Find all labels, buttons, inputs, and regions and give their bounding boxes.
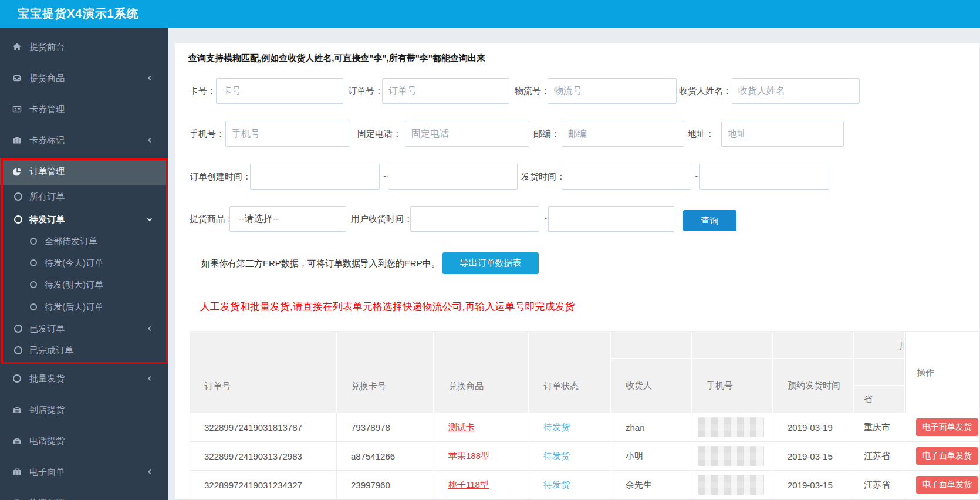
col-header-actions: 操作 [905, 332, 979, 413]
cell-receiver: 余先生 [611, 471, 692, 499]
sidebar-item-label: 卡券管理 [29, 104, 65, 115]
sidebar-item-label: 批量发货 [29, 373, 65, 384]
product-link[interactable]: 苹果188型 [448, 451, 489, 462]
circle-bullet-icon [12, 373, 22, 384]
sidebar-item-order-management[interactable]: 订单管理 [0, 158, 168, 185]
landline-label: 固定电话： [357, 121, 401, 147]
order-created-time-label: 订单创建时间： [190, 164, 251, 190]
receiver-name-input[interactable] [732, 78, 860, 104]
table-row: 32289972419031234327 23997960 桃子118型 待发货… [190, 471, 979, 499]
order-created-from-input[interactable] [250, 164, 380, 190]
col-header-province: 用 省 [854, 332, 905, 413]
landline-input[interactable] [405, 121, 529, 147]
receive-time-label: 用户收货时间： [351, 206, 413, 232]
search-button[interactable]: 查询 [683, 210, 736, 231]
briefcase-icon [12, 135, 22, 146]
sidebar-item-pending-tomorrow[interactable]: 待发(明天)订单 [0, 275, 168, 294]
cell-province: 江苏省 [854, 471, 905, 499]
sidebar-item-logistics-config[interactable]: 物流配置 [0, 494, 168, 500]
pickup-product-label: 提货商品： [190, 206, 234, 232]
sidebar-item-pending-day-after[interactable]: 待发(后天)订单 [0, 298, 168, 316]
col-header-product: 兑换商品 [434, 332, 529, 413]
sidebar-item-phone-pickup[interactable]: 电话提货 [0, 431, 168, 450]
chevron-left-icon [146, 325, 153, 332]
cell-ship-date: 2019-03-15 [773, 442, 854, 471]
main-panel: 查询支持模糊匹配,例如查收货人姓名,可直接查"李",所有带"李"都能查询出来 卡… [175, 43, 979, 500]
ship-time-to-input[interactable] [699, 164, 829, 190]
cell-card-no: 79378978 [337, 413, 434, 442]
cell-receiver: 小明 [611, 442, 692, 471]
orders-table-header: 订单号 兑换卡号 兑换商品 订单状态 收货人 手机号 预约发货时间 用 省 操作 [190, 331, 979, 413]
sidebar-item-all-orders[interactable]: 所有订单 [0, 187, 168, 206]
circle-bullet-icon [28, 258, 39, 268]
sidebar-item-label: 物流配置 [29, 498, 65, 500]
address-label: 地址： [688, 121, 714, 147]
sidebar-item-completed-orders[interactable]: 已完成订单 [0, 341, 168, 360]
cell-ship-date: 2019-03-15 [773, 471, 854, 499]
e-waybill-ship-button[interactable]: 电子面单发货 [916, 476, 978, 494]
col-header-phone: 手机号 [692, 332, 773, 413]
sidebar-item-card-mark[interactable]: 卡券标记 [0, 131, 168, 150]
cell-card-no: 23997960 [337, 471, 434, 499]
e-waybill-ship-button[interactable]: 电子面单发货 [916, 418, 978, 436]
mobile-label: 手机号： [190, 121, 225, 147]
sidebar-item-label: 全部待发订单 [45, 236, 97, 247]
product-link[interactable]: 桃子118型 [448, 479, 489, 491]
circle-bullet-icon [13, 345, 23, 356]
sidebar-item-all-pending-orders[interactable]: 全部待发订单 [0, 232, 168, 251]
erp-hint-text: 如果你有第三方ERP数据，可将订单数据导入到您的ERP中。 [201, 258, 440, 269]
cell-ship-date: 2019-03-19 [773, 413, 854, 442]
circle-bullet-icon [28, 302, 39, 312]
blurred-phone-number [698, 417, 764, 437]
cell-order-no: 32289972419031234327 [190, 471, 337, 499]
order-no-input[interactable] [382, 78, 509, 104]
sidebar-item-label: 卡券标记 [29, 135, 65, 146]
sidebar-item-label: 所有订单 [29, 191, 65, 202]
receive-time-to-input[interactable] [548, 206, 674, 232]
order-created-to-input[interactable] [388, 164, 518, 190]
sidebar-item-pending-orders[interactable]: 待发订单 [0, 210, 168, 229]
sidebar-item-label: 订单管理 [29, 166, 65, 177]
circle-bullet-icon [28, 279, 39, 290]
cell-province: 重庆市 [854, 413, 905, 442]
pickup-product-select[interactable]: --请选择-- [229, 206, 346, 232]
sidebar-item-e-waybill[interactable]: 电子面单 [0, 462, 168, 481]
sidebar-item-shipped-orders[interactable]: 已发订单 [0, 319, 168, 338]
sidebar-item-pickup-goods[interactable]: 提货商品 [0, 69, 168, 87]
address-input[interactable] [721, 121, 844, 147]
logistics-no-input[interactable] [548, 78, 677, 104]
logistics-no-label: 物流号： [515, 78, 550, 104]
sidebar-item-batch-shipping[interactable]: 批量发货 [0, 369, 168, 388]
e-waybill-ship-button[interactable]: 电子面单发货 [916, 447, 978, 465]
briefcase-icon [12, 467, 22, 477]
cell-order-no: 32289972419031813787 [190, 413, 337, 442]
sidebar-item-label: 待发(明天)订单 [45, 279, 103, 290]
product-link[interactable]: 测试卡 [448, 422, 475, 433]
circle-bullet-icon [13, 191, 23, 202]
sidebar-item-card-management[interactable]: 卡券管理 [0, 100, 168, 119]
col-header-ship-date: 预约发货时间 [773, 332, 854, 413]
circle-bullet-icon [13, 323, 23, 334]
cell-order-no: 32289972419031372983 [190, 442, 337, 471]
sidebar-item-pickup-front[interactable]: 提货前台 [0, 38, 168, 56]
phone-icon [12, 435, 22, 446]
shipping-notice-text: 人工发货和批量发货,请直接在列表单元格选择快递物流公司,再输入运单号即完成发货 [200, 300, 575, 313]
table-row: 32289972419031372983 a87541266 苹果188型 待发… [190, 442, 979, 471]
mobile-input[interactable] [225, 121, 350, 147]
zipcode-input[interactable] [562, 121, 684, 147]
export-order-data-button[interactable]: 导出订单数据表 [442, 252, 539, 274]
pie-chart-icon [12, 167, 22, 177]
sidebar-item-label: 待发(后天)订单 [45, 302, 103, 313]
card-no-input[interactable] [216, 78, 343, 104]
status-badge: 待发货 [543, 451, 570, 462]
blurred-phone-number [698, 475, 764, 495]
ship-time-label: 发货时间： [521, 164, 565, 190]
sidebar: 提货前台 提货商品 卡券管理 卡券标记 订单管理 [0, 28, 168, 500]
sidebar-item-label: 电话提货 [29, 435, 65, 447]
sidebar-item-pending-today[interactable]: 待发(今天)订单 [0, 254, 168, 272]
status-badge: 待发货 [543, 422, 570, 433]
order-no-label: 订单号： [348, 78, 383, 104]
sidebar-item-store-pickup[interactable]: 到店提货 [0, 400, 168, 419]
receive-time-from-input[interactable] [410, 206, 539, 232]
ship-time-from-input[interactable] [562, 164, 691, 190]
